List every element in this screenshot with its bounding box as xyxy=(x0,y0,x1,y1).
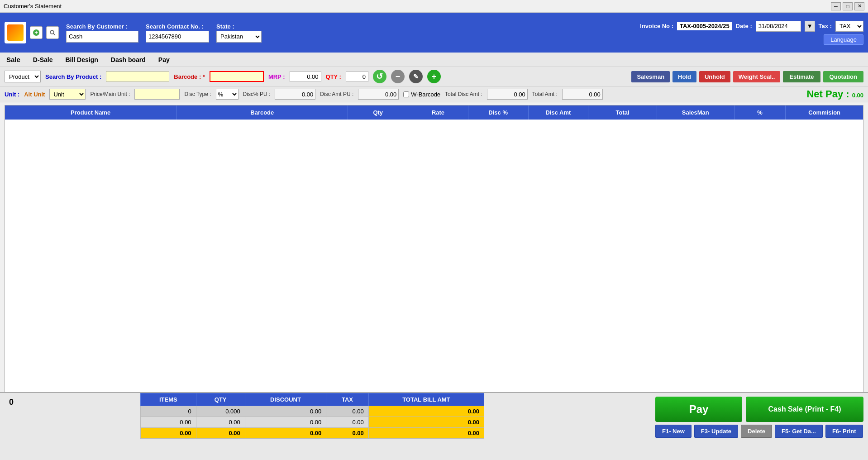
sum-col-qty: QTY xyxy=(196,393,245,406)
col-commission: Commision xyxy=(786,105,863,120)
search-customer-input[interactable] xyxy=(66,31,138,43)
search-product-input[interactable] xyxy=(106,71,169,82)
product-dropdown[interactable]: Product xyxy=(5,71,41,82)
sum-r3-items: 0.00 xyxy=(141,428,196,439)
menu-sale[interactable]: Sale xyxy=(4,55,23,64)
f5-get-button[interactable]: F5- Get Da... xyxy=(775,425,823,438)
f6-print-button[interactable]: F6- Print xyxy=(825,425,863,438)
w-barcode-label: W-Barcode xyxy=(411,91,440,98)
salesman-button[interactable]: Salesman xyxy=(631,71,670,82)
add-item-button[interactable]: + xyxy=(427,70,441,83)
date-label: Date : xyxy=(736,23,752,29)
disc-amt-pu-input[interactable] xyxy=(358,89,399,100)
unhold-button[interactable]: Unhold xyxy=(699,71,730,82)
add-button[interactable]: + xyxy=(30,26,43,39)
total-amt-input[interactable] xyxy=(562,89,603,100)
bottom-left: 0 xyxy=(0,393,45,412)
alt-unit-link[interactable]: Alt Unit xyxy=(24,91,45,98)
search-small-button[interactable] xyxy=(46,26,59,39)
sum-r3-discount: 0.00 xyxy=(245,428,326,439)
col-pct: % xyxy=(734,105,786,120)
svg-line-3 xyxy=(53,34,55,35)
col-salesman: SalesMan xyxy=(657,105,734,120)
minus-button[interactable]: − xyxy=(391,70,405,83)
menu-pay[interactable]: Pay xyxy=(156,55,172,64)
qty-input[interactable] xyxy=(346,71,368,82)
invoice-row: Invoice No : TAX-0005-2024/25 Date : ▼ T… xyxy=(640,21,863,32)
unit-dropdown[interactable]: Unit xyxy=(49,89,86,100)
date-picker-button[interactable]: ▼ xyxy=(805,21,815,32)
date-input[interactable] xyxy=(756,21,801,32)
minimize-button[interactable]: ─ xyxy=(831,2,841,10)
sum-r2-tax: 0.00 xyxy=(326,417,369,428)
price-main-unit-input[interactable] xyxy=(134,89,180,100)
window-controls: ─ □ ✕ xyxy=(831,2,864,10)
language-button[interactable]: Language xyxy=(824,34,863,45)
search-contact-group: Search Contact No. : xyxy=(146,23,209,43)
sum-r1-total: 0.00 xyxy=(368,406,484,417)
sum-r1-tax: 0.00 xyxy=(326,406,369,417)
mrp-label: MRP : xyxy=(268,73,285,80)
pay-button[interactable]: Pay xyxy=(655,397,742,422)
refresh-button[interactable]: ↺ xyxy=(373,70,386,83)
sum-r2-discount: 0.00 xyxy=(245,417,326,428)
maximize-button[interactable]: □ xyxy=(843,2,853,10)
sum-r1-discount: 0.00 xyxy=(245,406,326,417)
weight-button[interactable]: Weight Scal.. xyxy=(733,71,781,82)
invoice-label: Invoice No : xyxy=(640,23,673,29)
disc-pu-input[interactable] xyxy=(275,89,315,100)
row2: Unit : Alt Unit Unit Price/Main Unit : D… xyxy=(0,86,868,102)
summary-table-wrap: ITEMS QTY DISCOUNT TAX TOTAL BILL AMT 0 … xyxy=(45,393,651,439)
close-button[interactable]: ✕ xyxy=(854,2,864,10)
hold-button[interactable]: Hold xyxy=(672,71,696,82)
delete-button[interactable]: Delete xyxy=(741,425,772,438)
menu-dsale[interactable]: D-Sale xyxy=(30,55,56,64)
f1-new-button[interactable]: F1- New xyxy=(655,425,692,438)
invoice-value: TAX-0005-2024/25 xyxy=(677,22,732,30)
top-bar-right: Invoice No : TAX-0005-2024/25 Date : ▼ T… xyxy=(640,21,863,45)
f3-update-button[interactable]: F3- Update xyxy=(694,425,738,438)
disc-type-label: Disc Type : xyxy=(184,91,211,97)
total-disc-amt-input[interactable] xyxy=(487,89,528,100)
menu-dashboard[interactable]: Dash board xyxy=(108,55,148,64)
estimate-button[interactable]: Estimate xyxy=(783,71,820,82)
action-buttons: Salesman Hold Unhold Weight Scal.. Estim… xyxy=(631,71,863,82)
quotation-button[interactable]: Quotation xyxy=(823,71,863,82)
tax-select[interactable]: TAX None xyxy=(835,21,863,32)
disc-type-select[interactable]: % Flat xyxy=(216,89,238,100)
top-bar-left: + xyxy=(5,22,59,43)
titlebar: Customer's Statement ─ □ ✕ xyxy=(0,0,868,13)
edit-button[interactable]: ✎ xyxy=(409,70,423,83)
sum-r2-total: 0.00 xyxy=(368,417,484,428)
cash-sale-button[interactable]: Cash Sale (Print - F4) xyxy=(746,397,863,422)
tax-label: Tax : xyxy=(819,23,832,29)
logo-inner xyxy=(7,24,24,41)
titlebar-title: Customer's Statement xyxy=(4,3,62,10)
col-product-name: Product Name xyxy=(5,105,176,120)
total-amt-label: Total Amt : xyxy=(532,91,558,97)
barcode-input[interactable] xyxy=(210,71,264,82)
summary-row3: 0.00 0.00 0.00 0.00 0.00 xyxy=(141,428,484,439)
menu-bill-design[interactable]: Bill Design xyxy=(62,55,100,64)
state-select[interactable]: Pakistan India UAE xyxy=(216,31,262,43)
net-pay-display: Net Pay : 0.00 xyxy=(806,88,863,100)
sum-r2-items: 0.00 xyxy=(141,417,196,428)
disc-amt-pu-label: Disc Amt PU : xyxy=(320,91,353,97)
w-barcode-check[interactable]: W-Barcode xyxy=(403,91,440,98)
state-label: State : xyxy=(216,23,262,30)
summary-header-row: ITEMS QTY DISCOUNT TAX TOTAL BILL AMT xyxy=(141,393,484,406)
sum-r3-tax: 0.00 xyxy=(326,428,369,439)
search-contact-input[interactable] xyxy=(146,31,209,43)
sum-r1-items: 0 xyxy=(141,406,196,417)
search-customer-group: Search By Customer : xyxy=(66,23,138,43)
pay-buttons-row: Pay Cash Sale (Print - F4) xyxy=(655,397,863,422)
mrp-input[interactable] xyxy=(290,71,321,82)
unit-label: Unit : xyxy=(5,91,19,98)
sum-r3-total: 0.00 xyxy=(368,428,484,439)
w-barcode-checkbox[interactable] xyxy=(403,91,409,97)
summary-row2: 0.00 0.00 0.00 0.00 0.00 xyxy=(141,417,484,428)
price-main-unit-label: Price/Main Unit : xyxy=(90,91,130,97)
col-qty: Qty xyxy=(348,105,408,120)
col-total: Total xyxy=(588,105,657,120)
col-barcode: Barcode xyxy=(176,105,348,120)
